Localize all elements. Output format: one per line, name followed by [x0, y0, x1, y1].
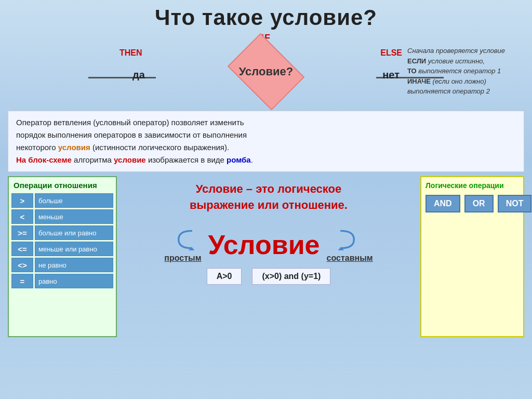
note-line2-rest: условие истинно, [426, 57, 485, 65]
op-symbol: > [11, 193, 33, 208]
example-box-1: A>0 [207, 268, 242, 285]
op-desc: меньше или равно [35, 242, 113, 256]
flowchart-area: IF THEN ELSE да нет Условие? Сначала про… [0, 30, 532, 111]
logical-buttons: AND OR NOT [425, 195, 519, 212]
else-label: ELSE [380, 48, 402, 58]
note-line5: выполняется оператор 2 [407, 86, 522, 97]
note-line3-rest: выполняется оператор 1 [417, 67, 501, 75]
logical-box: Логические операции AND OR NOT [420, 176, 524, 337]
diamond-text: Условие? [230, 46, 302, 98]
op-desc: больше [35, 193, 113, 208]
and-button[interactable]: AND [425, 195, 460, 212]
note-line4-rest: (если оно ложно) [431, 77, 486, 85]
then-label: THEN [119, 48, 142, 58]
op-symbol: < [11, 209, 33, 224]
note-inache-keyword: ИНАЧЕ [407, 77, 431, 85]
operation-row: <> не равно [11, 258, 113, 272]
da-label: да [132, 69, 145, 81]
net-label: нет [382, 69, 400, 81]
operation-row: = равно [11, 274, 113, 288]
note-line2: ЕСЛИ условие истинно, [407, 56, 522, 66]
desc-text2: порядок выполнения операторов в зависимо… [16, 130, 247, 139]
desc-cond-kw: условие [114, 155, 146, 164]
op-desc: больше или равно [35, 225, 113, 240]
description-box: Оператор ветвления (условный оператор) п… [8, 111, 524, 172]
note-to-keyword: ТО [407, 67, 417, 75]
operation-row: <= меньше или равно [11, 242, 113, 256]
condition-text-line2: выражение или отношение. [190, 197, 348, 214]
operation-row: > больше [11, 193, 113, 208]
desc-algo: алгоритма [74, 155, 112, 164]
desc-text1: Оператор ветвления (условный оператор) п… [16, 118, 244, 127]
page-title: Что такое условие? [0, 0, 532, 30]
op-symbol: >= [11, 225, 33, 240]
operations-title: Операции отношения [11, 180, 113, 191]
line-left [88, 77, 156, 78]
op-symbol: <> [11, 258, 33, 272]
op-symbol: = [11, 274, 33, 288]
example-box-2: (x>0) and (y=1) [252, 268, 330, 285]
op-desc: меньше [35, 209, 113, 224]
desc-text3: некоторого [16, 143, 56, 152]
big-condition-word: Условие [208, 229, 320, 260]
note-line1: Сначала проверяется условие [407, 46, 522, 56]
big-condition-container: простым Условие составным [127, 227, 410, 263]
desc-text5: изображается в виде [148, 155, 224, 164]
prostym-label: простым [164, 254, 201, 263]
middle-content: Условие – это логическое выражение или о… [122, 176, 415, 337]
left-bracket-icon [167, 227, 198, 252]
op-symbol: <= [11, 242, 33, 256]
not-button[interactable]: NOT [498, 195, 532, 212]
condition-text-line1: Условие – это логическое [190, 181, 348, 197]
operation-row: >= больше или равно [11, 225, 113, 240]
desc-rhombus: ромба [227, 155, 251, 164]
diamond-shape: Условие? [230, 46, 302, 98]
desc-highlight1: условия [58, 143, 90, 152]
left-bracket-group: простым [164, 227, 201, 263]
condition-text: Условие – это логическое выражение или о… [190, 181, 348, 214]
examples-row: A>0 (x>0) and (y=1) [127, 268, 410, 285]
side-notes: Сначала проверяется условие ЕСЛИ условие… [407, 46, 522, 97]
op-desc: не равно [35, 258, 113, 272]
desc-text4: (истинности логического выражения). [92, 143, 229, 152]
or-button[interactable]: OR [464, 195, 494, 212]
bottom-section: Операции отношения > больше < меньше >= … [8, 176, 524, 337]
operations-box: Операции отношения > больше < меньше >= … [8, 176, 117, 337]
desc-dot: . [251, 155, 253, 164]
right-bracket-group: составным [327, 227, 373, 263]
desc-block-text: На блок-схеме [16, 155, 72, 164]
op-desc: равно [35, 274, 113, 288]
operation-row: < меньше [11, 209, 113, 224]
note-line3: ТО выполняется оператор 1 [407, 66, 522, 76]
logical-title: Логические операции [425, 181, 519, 190]
note-if-keyword: ЕСЛИ [407, 57, 426, 65]
sostavnym-label: составным [327, 254, 373, 263]
right-bracket-icon [334, 227, 365, 252]
operations-rows: > больше < меньше >= больше или равно <=… [11, 193, 113, 288]
note-line4: ИНАЧЕ (если оно ложно) [407, 76, 522, 87]
